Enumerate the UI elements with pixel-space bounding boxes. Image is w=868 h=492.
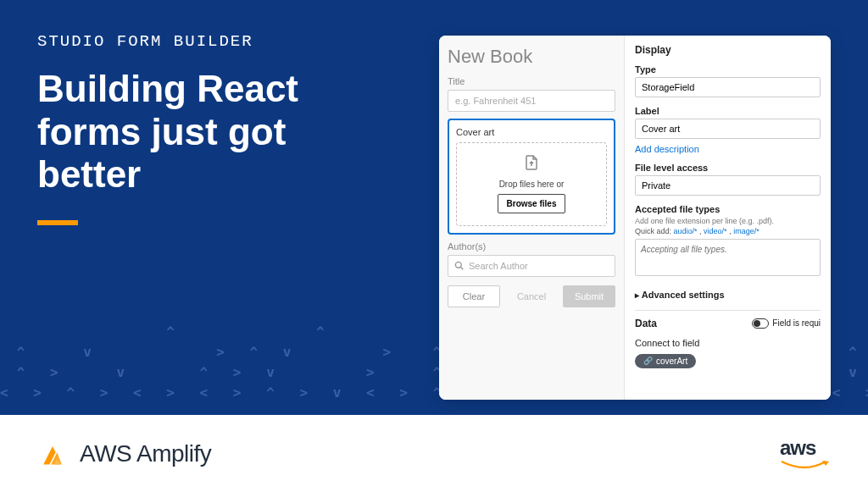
file-level-access-label: File level access — [635, 163, 821, 173]
dropzone-text: Drop files here or — [464, 180, 599, 189]
connect-field-pill[interactable]: 🔗 coverArt — [635, 354, 696, 368]
svg-point-0 — [455, 262, 461, 268]
accent-bar — [37, 220, 78, 225]
search-icon — [454, 261, 464, 272]
title-input[interactable] — [448, 90, 615, 112]
headline-text: Building React forms just got better — [37, 68, 393, 196]
advanced-settings-toggle[interactable]: Advanced settings — [635, 290, 821, 300]
file-dropzone[interactable]: Drop files here or Browse files — [456, 142, 607, 226]
author-search-wrapper — [448, 255, 615, 277]
amplify-logo-icon — [37, 439, 68, 469]
form-preview-pane: New Book Title Cover art Drop files here… — [439, 36, 624, 400]
quick-add-row: Quick add: audio/* , video/* , image/* — [635, 227, 821, 235]
quick-add-image-link[interactable]: image/* — [733, 227, 760, 235]
hero-banner: STUDIO FORM BUILDER Building React forms… — [0, 0, 868, 415]
cover-art-label: Cover art — [456, 127, 607, 137]
link-icon: 🔗 — [643, 357, 653, 365]
aws-logo-text: aws — [780, 436, 831, 460]
form-action-row: Clear Cancel Submit — [448, 285, 615, 307]
accepted-file-types-input[interactable] — [635, 239, 821, 276]
toggle-switch-icon — [752, 318, 769, 329]
display-section-title: Display — [635, 44, 821, 56]
cover-art-field-selected[interactable]: Cover art Drop files here or Browse file… — [448, 119, 615, 235]
data-section-row: Data Field is requi — [635, 318, 821, 329]
submit-button[interactable]: Submit — [563, 285, 615, 307]
cancel-button[interactable]: Cancel — [505, 285, 558, 307]
label-label: Label — [635, 106, 821, 116]
amplify-brand-text: AWS Amplify — [80, 440, 211, 467]
footer-bar: AWS Amplify aws — [0, 415, 868, 492]
accepted-file-types-label: Accepted file types — [635, 204, 821, 214]
accepted-file-types-hint: Add one file extension per line (e.g. .p… — [635, 217, 821, 227]
form-builder-preview: New Book Title Cover art Drop files here… — [439, 36, 831, 400]
quick-add-video-link[interactable]: video/* — [704, 227, 727, 235]
clear-button[interactable]: Clear — [448, 285, 500, 307]
data-section-title: Data — [635, 318, 657, 329]
add-description-link[interactable]: Add description — [635, 144, 699, 154]
title-field-label: Title — [448, 76, 615, 86]
browse-files-button[interactable]: Browse files — [498, 194, 566, 213]
aws-logo: aws — [780, 436, 831, 472]
author-search-input[interactable] — [448, 255, 615, 277]
file-level-access-select[interactable] — [635, 175, 821, 196]
connect-to-field-label: Connect to field — [635, 338, 821, 348]
quick-add-audio-link[interactable]: audio/* — [674, 227, 698, 235]
form-title: New Book — [448, 46, 615, 68]
field-config-pane: Display Type Label Add description File … — [624, 36, 831, 400]
aws-smile-icon — [780, 460, 831, 472]
field-required-toggle[interactable]: Field is requi — [752, 318, 821, 329]
label-input[interactable] — [635, 119, 821, 139]
authors-field-label: Author(s) — [448, 241, 615, 252]
type-label: Type — [635, 64, 821, 75]
divider — [635, 310, 821, 311]
file-upload-icon — [464, 155, 599, 174]
type-select[interactable] — [635, 77, 821, 97]
amplify-brand: AWS Amplify — [37, 439, 211, 469]
